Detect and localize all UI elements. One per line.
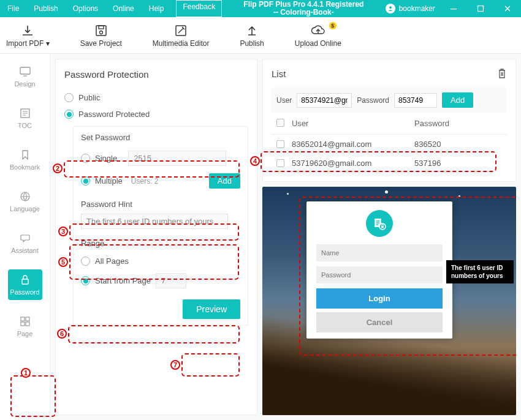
add-user-label: User: [276, 96, 292, 105]
sidebar-item-language[interactable]: Language: [8, 186, 42, 217]
list-heading: List: [272, 69, 286, 79]
bookmark-icon: [20, 149, 31, 161]
radio-protected-label: Password Protected: [78, 110, 150, 119]
maximize-button[interactable]: [467, 0, 494, 17]
sidebar-item-bookmark[interactable]: Bookmark: [8, 144, 42, 175]
add-pass-label: Password: [357, 96, 389, 105]
start-page-input[interactable]: [156, 273, 186, 288]
sidebar-label: TOC: [18, 122, 32, 129]
publish-button[interactable]: Publish: [240, 23, 264, 48]
set-password-label: Set Password: [81, 133, 240, 142]
radio-all-pages[interactable]: [81, 257, 90, 266]
single-password-input[interactable]: [128, 151, 226, 166]
title-bar: File Publish Options Online Help Feedbac…: [0, 0, 521, 17]
row-user: 83652014@gmail.com: [292, 140, 414, 149]
cancel-button[interactable]: Cancel: [316, 312, 443, 332]
feedback-button[interactable]: Feedback: [176, 0, 222, 17]
preview-area: Login Cancel The first 6 user ID numbers…: [262, 187, 516, 415]
trash-icon[interactable]: [497, 68, 507, 79]
svg-rect-13: [21, 322, 25, 326]
save-label: Save Project: [80, 39, 122, 48]
preview-button[interactable]: Preview: [183, 299, 240, 319]
toolbar: Import PDF ▾ Save Project Multimedia Edi…: [0, 17, 521, 54]
row-pass: 537196: [414, 159, 502, 168]
svg-rect-12: [26, 317, 29, 321]
upload-badge: $: [329, 22, 337, 29]
svg-rect-17: [381, 226, 384, 228]
table-row[interactable]: 83652014@gmail.com 836520: [272, 135, 507, 154]
sidebar-label: Language: [10, 205, 40, 212]
svg-rect-1: [451, 9, 457, 9]
sidebar-label: Page: [17, 330, 33, 337]
menu-options[interactable]: Options: [66, 0, 105, 17]
radio-public[interactable]: [64, 93, 74, 102]
right-panel: List User Password Add User Password 836…: [262, 59, 516, 415]
sidebar-label: Assistant: [11, 247, 39, 254]
multimedia-editor-button[interactable]: Multimedia Editor: [153, 23, 210, 48]
sidebar-item-design[interactable]: Design: [8, 61, 42, 92]
monitor-icon: [19, 66, 31, 78]
avatar-icon: [386, 4, 395, 13]
hint-label: Password Hint: [81, 200, 240, 209]
radio-password-protected[interactable]: [64, 110, 74, 119]
import-icon: [20, 23, 35, 38]
save-project-button[interactable]: Save Project: [80, 23, 122, 48]
close-button[interactable]: [494, 0, 521, 17]
user-badge[interactable]: bookmaker: [386, 4, 435, 13]
login-password-input[interactable]: [316, 266, 443, 283]
row-user: 53719620@gmail.com: [292, 159, 414, 168]
upload-online-button[interactable]: $ Upload Online: [295, 23, 341, 48]
menu-help[interactable]: Help: [142, 0, 172, 17]
add-user-input[interactable]: [297, 93, 352, 108]
import-pdf-button[interactable]: Import PDF ▾: [6, 23, 50, 48]
login-name-input[interactable]: [316, 244, 443, 261]
add-pass-input[interactable]: [394, 93, 437, 108]
range-label: Range: [81, 239, 240, 248]
menu-online[interactable]: Online: [105, 0, 142, 17]
window-title: Flip PDF Plus Pro 4.4.1 Registered -- Co…: [222, 1, 385, 17]
upload-label: Upload Online: [295, 39, 341, 48]
minimize-button[interactable]: [440, 0, 467, 17]
save-icon: [94, 23, 108, 38]
radio-multiple[interactable]: [81, 176, 90, 186]
set-password-panel: Set Password Single Multiple Users: 2 Ad…: [73, 126, 248, 326]
mm-label: Multimedia Editor: [153, 39, 210, 48]
add-button[interactable]: Add: [209, 173, 240, 189]
menu-file[interactable]: File: [0, 0, 26, 17]
add-user-button[interactable]: Add: [442, 92, 473, 108]
sidebar-item-toc[interactable]: TOC: [8, 103, 42, 133]
password-hint-tooltip: The first 6 user ID numbers of yours: [446, 260, 514, 283]
chat-icon: [20, 232, 31, 244]
row-checkbox[interactable]: [276, 140, 284, 148]
table-row[interactable]: 53719620@gmail.com 537196: [272, 154, 507, 173]
sidebar-item-page[interactable]: Page: [8, 311, 42, 342]
password-protection-panel: Password Protection Public Password Prot…: [55, 59, 257, 415]
import-label: Import PDF ▾: [6, 39, 50, 48]
add-user-row: User Password Add: [272, 88, 507, 113]
col-user-header: User: [292, 119, 414, 128]
table-header: User Password: [272, 113, 507, 135]
user-name: bookmaker: [399, 4, 435, 13]
svg-rect-10: [22, 279, 28, 284]
svg-rect-11: [21, 317, 25, 321]
cloud-upload-icon: [310, 23, 326, 38]
sidebar-item-assistant[interactable]: Assistant: [8, 228, 42, 258]
password-hint-input[interactable]: [81, 214, 228, 229]
sidebar-label: Bookmark: [10, 163, 40, 171]
row-pass: 836520: [414, 140, 502, 149]
toc-icon: [19, 107, 31, 119]
row-checkbox[interactable]: [276, 159, 284, 167]
svg-point-5: [99, 31, 102, 34]
radio-start-from[interactable]: [81, 276, 90, 285]
radio-single[interactable]: [81, 154, 90, 163]
checkbox-all[interactable]: [276, 119, 284, 127]
login-button[interactable]: Login: [316, 288, 443, 309]
sidebar-label: Password: [10, 288, 39, 296]
lock-icon: [20, 274, 31, 286]
all-pages-label: All Pages: [95, 257, 129, 266]
sidebar-label: Design: [14, 80, 35, 88]
sidebar-item-password[interactable]: Password: [8, 269, 42, 300]
grid-icon: [20, 315, 31, 328]
multimedia-icon: [174, 23, 188, 38]
menu-publish[interactable]: Publish: [26, 0, 65, 17]
